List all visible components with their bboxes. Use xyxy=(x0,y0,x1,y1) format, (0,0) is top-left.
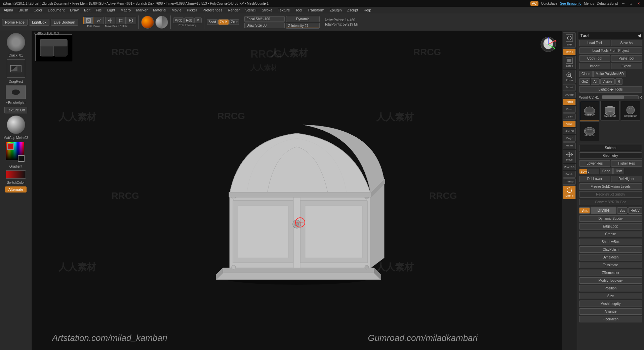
brush-preview[interactable] xyxy=(7,33,25,51)
lightbox-tools-btn[interactable]: Lightbox▶ Tools xyxy=(579,86,642,93)
texture-off-label[interactable]: Texture Off xyxy=(4,107,27,113)
menu-stencil[interactable]: Stencil xyxy=(243,7,259,13)
cylinder3d-thumb[interactable]: Cylinder3D xyxy=(600,101,620,120)
rgb-btn[interactable]: Rgb xyxy=(184,18,194,23)
canvas-thumbnail[interactable] xyxy=(35,34,72,61)
home-page-btn[interactable]: Home Page xyxy=(2,19,28,26)
crease-btn[interactable]: Crease xyxy=(579,231,642,237)
quicksave-btn[interactable]: QuickSave xyxy=(541,2,557,5)
menu-file[interactable]: File xyxy=(93,7,104,13)
fibermesh-btn[interactable]: FiberMesh xyxy=(579,316,642,322)
wood-uv-thumb[interactable]: Wood-UV xyxy=(580,101,599,120)
goz-btn[interactable]: GoZ xyxy=(579,78,590,85)
visible-btn[interactable]: Visible xyxy=(600,78,615,85)
m-btn[interactable]: M xyxy=(194,18,202,23)
edit-btn[interactable] xyxy=(83,17,93,24)
z-intensity-display[interactable]: Z Intensity 27 xyxy=(286,23,320,29)
color-sphere[interactable] xyxy=(141,16,154,29)
convert-bpr-btn[interactable]: Convert BPR To Geo xyxy=(579,199,642,205)
menu-help[interactable]: Help xyxy=(361,7,374,13)
zcut-btn[interactable]: Zcut xyxy=(229,19,239,25)
export-btn[interactable]: Export xyxy=(611,63,642,69)
alternate-btn[interactable]: Alternate xyxy=(5,186,27,193)
del-higher-btn[interactable]: Del Higher xyxy=(611,176,642,182)
transp-btn[interactable]: Transp xyxy=(563,178,576,185)
zremesher-btn[interactable]: ZRemesher xyxy=(579,270,642,276)
r-key-btn[interactable]: R xyxy=(615,78,622,85)
see-through-btn[interactable]: See-through 0 xyxy=(560,2,581,5)
menu-tool[interactable]: Tool xyxy=(293,7,305,13)
wood-uv-label[interactable]: Wood-UV. 41 xyxy=(579,96,601,99)
3d-model[interactable] xyxy=(179,86,414,295)
matfill-btn[interactable]: MatFill xyxy=(563,185,576,199)
load-tool-btn[interactable]: Load Tool xyxy=(579,40,610,46)
scale-btn[interactable] xyxy=(116,17,126,24)
live-boolean-btn[interactable]: Live Boolean xyxy=(51,19,78,26)
suv-btn[interactable]: Suv xyxy=(617,207,628,214)
claypolish-btn[interactable]: ClayPolish xyxy=(579,246,642,253)
minimize-btn[interactable]: ─ xyxy=(621,2,626,5)
wood-uv2-thumb[interactable]: Wood-UV xyxy=(580,121,599,141)
brush-alpha-preview[interactable] xyxy=(6,85,26,99)
lsym-btn[interactable]: L Sym xyxy=(563,113,576,120)
modify-topo-btn[interactable]: Modify Topology xyxy=(579,277,642,284)
tessimate-btn[interactable]: Tessimate xyxy=(579,262,642,268)
matcap-preview[interactable] xyxy=(7,115,25,134)
divide-btn[interactable]: Divide xyxy=(591,207,616,214)
zoom-btn[interactable]: Zoom xyxy=(563,70,576,83)
arrange-btn[interactable]: Arrange xyxy=(579,308,642,315)
import-btn[interactable]: Import xyxy=(579,63,610,69)
menu-zplugin[interactable]: Zplugin xyxy=(327,7,344,13)
menu-texture[interactable]: Texture xyxy=(276,7,292,13)
menu-marker[interactable]: Marker xyxy=(134,7,150,13)
drag-rect-icon[interactable] xyxy=(7,59,25,78)
rstr-btn[interactable]: Rstr xyxy=(613,168,624,174)
reuv-btn[interactable]: ReUV xyxy=(628,207,642,214)
subtool-btn[interactable]: Subtool xyxy=(579,145,642,151)
zsub-btn[interactable]: Zsub xyxy=(218,19,229,25)
menu-light[interactable]: Light xyxy=(105,7,118,13)
shadowbox-btn[interactable]: ShadowBox xyxy=(579,239,642,245)
menu-transform[interactable]: Transform xyxy=(305,7,327,13)
menu-render[interactable]: Render xyxy=(226,7,242,13)
frame-btn[interactable]: Frame xyxy=(563,142,576,149)
persp-btn[interactable]: Persp xyxy=(563,99,576,105)
linefill-btn[interactable]: Line Fill xyxy=(563,128,576,135)
cage-btn[interactable]: Cage xyxy=(600,168,613,174)
mrgb-btn[interactable]: Mrgb xyxy=(173,18,184,23)
switch-color-display[interactable] xyxy=(6,170,26,179)
close-btn[interactable]: ✕ xyxy=(636,2,641,5)
half-sphere[interactable] xyxy=(155,16,168,29)
reconstruct-btn[interactable]: Reconstruct Subdiv xyxy=(579,191,642,198)
clone-btn[interactable]: Clone xyxy=(579,71,593,77)
defaultzscript-btn[interactable]: DefaultZScript xyxy=(597,2,618,5)
zoom3d-btn[interactable]: Zoom3D xyxy=(563,164,576,171)
menu-macro[interactable]: Macro xyxy=(118,7,133,13)
lightbox-btn[interactable]: LightBox xyxy=(29,19,49,26)
dynamic-subdiv-btn[interactable]: Dynamic Subdiv xyxy=(579,215,642,222)
focal-shift-display[interactable]: Focal Shift -100 xyxy=(244,16,285,22)
menu-draw[interactable]: Draw xyxy=(68,7,81,13)
sdiv-slider[interactable]: SDiv 2 xyxy=(579,169,599,174)
higher-res-btn[interactable]: Higher Res xyxy=(611,160,642,167)
del-lower-btn[interactable]: Del Lower xyxy=(579,176,610,182)
bpr-btn[interactable]: BPR xyxy=(563,32,576,48)
lower-res-btn[interactable]: Lower Res xyxy=(579,160,610,167)
close-panel-icon[interactable]: ◀ xyxy=(638,33,641,38)
gxyz-btn[interactable]: Gxyz xyxy=(563,120,576,127)
dynamic-btn[interactable]: Dynamic xyxy=(286,16,320,22)
mesh-integrity-btn[interactable]: MeshIntegrity xyxy=(579,301,642,307)
menu-stroke[interactable]: Stroke xyxy=(259,7,275,13)
make-poly-btn[interactable]: Make PolyMesh3D xyxy=(593,71,626,77)
draw-size-display[interactable]: Draw Size 38 xyxy=(244,23,285,28)
move-btn[interactable] xyxy=(105,17,115,24)
menu-material[interactable]: Material xyxy=(151,7,168,13)
menu-picker[interactable]: Picker xyxy=(185,7,200,13)
rotate-narrow-btn[interactable]: Rotate xyxy=(563,171,576,178)
smt-btn[interactable]: Smt xyxy=(579,207,590,214)
menu-document[interactable]: Document xyxy=(45,7,67,13)
draw-btn[interactable] xyxy=(94,17,104,24)
maximize-btn[interactable]: □ xyxy=(629,2,633,5)
menu-zscript[interactable]: Zscript xyxy=(345,7,361,13)
menu-alpha[interactable]: Alpha xyxy=(1,7,15,13)
